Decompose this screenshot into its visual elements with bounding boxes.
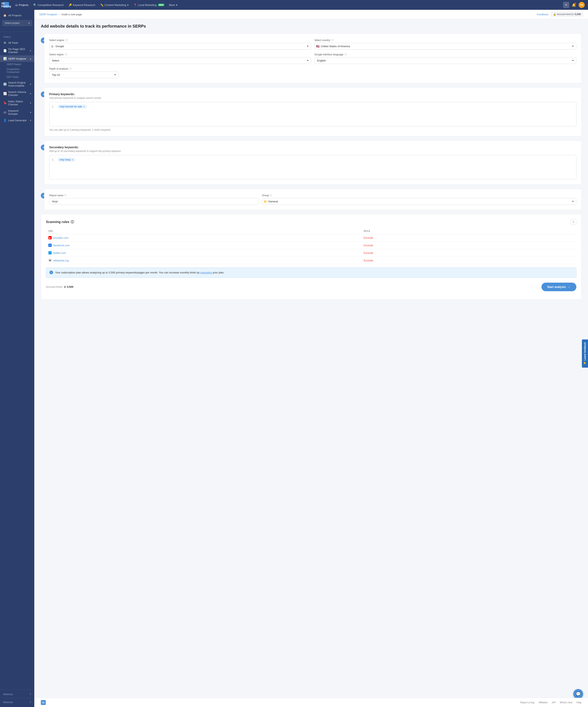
region-info-icon[interactable]: ⓘ [65,53,67,56]
upgrading-link[interactable]: upgrading [200,271,212,274]
page-title: Add website details to track its perform… [41,24,582,29]
competitive-icon: 🔍 [33,3,37,6]
sidebar-all-projects[interactable]: 🏠 All Projects [0,12,34,19]
project-select[interactable]: Select project ▾ [2,20,32,26]
sidebar-item-autocomplete[interactable]: 🔤 Search Engine Autocomplete ▾ [0,79,34,89]
sidebar-sub-competitive-comparison[interactable]: Competitive Comparison [6,67,34,74]
sidebar-sub-serp-report[interactable]: SERP Report [6,62,34,67]
nav-content-marketing[interactable]: ✏️ Content Marketing ▾ [98,2,131,8]
primary-keyword-close-1[interactable]: ✕ [83,106,85,108]
sidebar-item-keyword-grouper[interactable]: 🗃 Keyword Grouper ▾ [0,108,34,117]
content-chevron-icon: ▾ [127,3,129,6]
info-box: i Your subscription plan allows analyzin… [46,268,576,278]
autocomplete-icon: 🔤 [3,82,6,86]
url-text-4: wikipedia.org [53,259,69,262]
minimize-2[interactable]: Minimize ? [3,700,31,705]
engine-select-wrapper: Google G [49,43,311,49]
secondary-keyword-close-1[interactable]: ✕ [72,159,73,161]
nav-projects[interactable]: 🗂 Projects [13,2,30,8]
report-name-input[interactable] [49,198,259,205]
report-name-row: Report name ⓘ Group ⓘ [49,194,576,205]
add-button[interactable]: + [563,2,569,8]
primary-keywords-title: Primary keywords: [49,93,576,96]
wikipedia-favicon: W [48,259,51,262]
country-flag-icon: 🇺🇸 [316,45,319,48]
engine-country-row: Select engine: ⓘ Google G [49,39,576,49]
url-col-4: W wikipedia.org [48,259,364,262]
sidebar-sub-seo-tasks[interactable]: SEO Tasks [6,74,34,79]
bottom-affiliates[interactable]: Affiliates [539,701,548,704]
primary-keywords-card: Primary keywords: Add primary keywords t… [44,88,582,136]
nav-competitive-research[interactable]: 🔍 Competitive Research [31,2,66,8]
scanning-rules-info-icon[interactable]: ⓘ [71,220,74,224]
exclude-rule-1[interactable]: Exclude [364,236,373,239]
col-rule-header: RULE [364,230,574,232]
start-analysis-button[interactable]: Start analysis → [542,283,576,291]
leave-feedback-button[interactable]: 👋 Leave feedback [582,339,588,368]
breadcrumb-link[interactable]: SERP Analyzer [39,13,57,16]
sidebar-item-all-tools[interactable]: ⊞ All Tools [0,39,34,46]
sidebar-item-index-checker[interactable]: 🔖 Index Status Checker ▾ [0,98,34,108]
user-avatar[interactable]: YK [579,2,585,8]
depth-select[interactable]: Top-10 Top-20 Top-30 Top-50 [49,71,118,78]
secondary-keywords-title: Secondary keywords: [49,145,576,149]
chat-button[interactable]: 💬 [573,689,583,699]
bottom-report-bug[interactable]: Report a bug [520,701,534,704]
region-select[interactable]: Select [49,57,311,64]
report-name-group: Report name ⓘ [49,194,259,205]
new-badge: NEW [158,4,164,6]
bottom-api[interactable]: API [552,701,556,704]
add-rule-button[interactable]: + [570,219,576,225]
country-select[interactable]: United States of America [314,43,576,49]
secondary-keywords-input-area[interactable]: 1. vinyl shop ✕ [49,155,576,179]
sidebar-item-serp-analyzer[interactable]: 📊 SERP Analyzer ▴ [0,55,34,62]
engine-label: Select engine: ⓘ [49,39,311,42]
primary-keyword-row-1: 1. vinyl records for sale ✕ [52,105,574,109]
engine-section: ✓ Select engine: ⓘ Google [44,33,582,83]
bottom-whats-new[interactable]: What's new [560,701,573,704]
engine-select[interactable]: Google [49,43,311,49]
language-info-icon[interactable]: ⓘ [345,53,347,56]
depth-row: Depth of analysis: ⓘ Top-10 Top-20 Top-3… [49,67,576,78]
language-group: Google interface language: ⓘ English [314,53,576,64]
table-row: W wikipedia.org Exclude [46,257,576,264]
feedback-link[interactable]: Feedback [537,13,548,16]
local-icon: 📍 [134,3,137,6]
table-row: ▶ youtube.com Exclude [46,234,576,242]
start-arrow-icon: → [567,285,570,289]
language-select[interactable]: English [314,57,576,64]
depth-info-icon[interactable]: ⓘ [69,67,72,70]
group-select[interactable]: General [262,198,576,205]
notifications-button[interactable]: 🔔 [571,2,577,8]
sidebar-item-lead-generator[interactable]: 👤 Lead Generator ▾ [0,117,34,124]
sidebar-item-onpage-seo[interactable]: 📄 On-Page SEO Checker ▾ [0,46,34,55]
report-name-info-icon[interactable]: ⓘ [64,194,66,197]
engine-info-icon[interactable]: ⓘ [66,39,68,42]
url-text-2: facebook.com [53,244,70,247]
info-box-icon: i [49,271,53,274]
report-group-info-icon[interactable]: ⓘ [270,194,272,197]
volume-chevron-icon: ▾ [30,93,31,95]
exclude-rule-2[interactable]: Exclude [364,244,373,247]
url-col-1: ▶ youtube.com [48,236,364,239]
minimize-2-icon: ? [30,701,31,704]
sidebar-item-volume-checker[interactable]: 📈 Search Volume Checker ▾ [0,89,34,98]
region-label: Select region: ⓘ [49,53,311,56]
region-group: Select region: ⓘ Select [49,53,311,64]
country-info-icon[interactable]: ⓘ [332,39,334,42]
primary-keywords-subtitle: Add primary keywords to analyze search r… [49,97,576,99]
tools-label: TOOLS [0,33,34,39]
exclude-rule-4[interactable]: Exclude [364,259,373,262]
report-name-label: Report name ⓘ [49,194,259,197]
onpage-icon: 📄 [3,49,6,52]
minimize-1[interactable]: Minimize ? [3,692,31,697]
breadcrumb-actions: Feedback 🔒 Account limit 1 / 3,500 [537,12,583,17]
primary-keywords-input-area[interactable]: 1. vinyl records for sale ✕ [49,102,576,126]
bottom-help[interactable]: Help [576,701,582,704]
nav-local-marketing[interactable]: 📍 Local Marketing NEW [132,2,166,8]
nav-logo[interactable]: SE Ranking [3,2,9,8]
nav-keyword-research[interactable]: 🔑 Keyword Research [67,2,97,8]
twitter-favicon: 🐦 [48,251,51,255]
exclude-rule-3[interactable]: Exclude [364,251,373,255]
nav-more[interactable]: More ▾ [167,2,180,8]
